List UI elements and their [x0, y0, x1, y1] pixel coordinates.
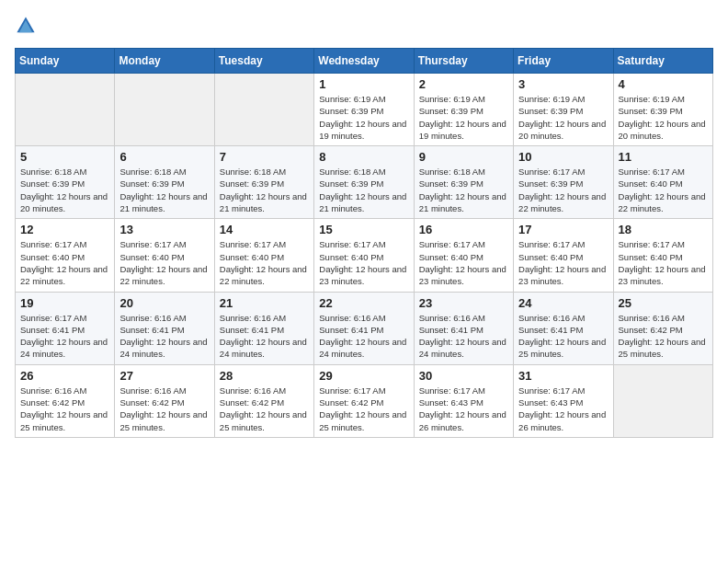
- day-info: Sunrise: 6:16 AM Sunset: 6:42 PM Dayligh…: [119, 385, 209, 433]
- day-number: 14: [220, 223, 309, 236]
- day-number: 4: [619, 77, 708, 91]
- day-info: Sunrise: 6:17 AM Sunset: 6:43 PM Dayligh…: [419, 385, 508, 433]
- day-info: Sunrise: 6:16 AM Sunset: 6:41 PM Dayligh…: [119, 312, 209, 361]
- day-number: 27: [119, 369, 209, 383]
- day-number: 9: [419, 150, 508, 164]
- calendar-cell: 19Sunrise: 6:17 AM Sunset: 6:41 PM Dayli…: [16, 292, 115, 364]
- day-info: Sunrise: 6:17 AM Sunset: 6:39 PM Dayligh…: [518, 166, 608, 214]
- calendar-cell: 24Sunrise: 6:16 AM Sunset: 6:41 PM Dayli…: [514, 292, 613, 364]
- calendar-cell: 23Sunrise: 6:16 AM Sunset: 6:41 PM Dayli…: [414, 292, 513, 364]
- calendar-week: 1Sunrise: 6:19 AM Sunset: 6:39 PM Daylig…: [16, 74, 713, 146]
- day-info: Sunrise: 6:17 AM Sunset: 6:42 PM Dayligh…: [319, 385, 408, 433]
- calendar-week: 12Sunrise: 6:17 AM Sunset: 6:40 PM Dayli…: [16, 219, 713, 292]
- header-day: Saturday: [613, 49, 712, 74]
- day-number: 28: [220, 369, 309, 383]
- logo-icon: [15, 15, 37, 37]
- day-number: 31: [518, 369, 608, 383]
- calendar-cell: 21Sunrise: 6:16 AM Sunset: 6:41 PM Dayli…: [214, 292, 313, 364]
- calendar-cell: 17Sunrise: 6:17 AM Sunset: 6:40 PM Dayli…: [514, 219, 613, 292]
- calendar-cell: 30Sunrise: 6:17 AM Sunset: 6:43 PM Dayli…: [414, 364, 513, 437]
- calendar-cell: 25Sunrise: 6:16 AM Sunset: 6:42 PM Dayli…: [613, 292, 712, 364]
- day-number: 6: [119, 150, 209, 164]
- day-number: 8: [319, 150, 408, 164]
- day-number: 22: [319, 296, 408, 310]
- calendar-cell: 2Sunrise: 6:19 AM Sunset: 6:39 PM Daylig…: [414, 74, 513, 146]
- calendar-week: 5Sunrise: 6:18 AM Sunset: 6:39 PM Daylig…: [16, 146, 713, 219]
- day-info: Sunrise: 6:19 AM Sunset: 6:39 PM Dayligh…: [518, 93, 608, 142]
- day-number: 23: [419, 296, 508, 310]
- day-info: Sunrise: 6:19 AM Sunset: 6:39 PM Dayligh…: [419, 93, 508, 142]
- calendar-cell: 9Sunrise: 6:18 AM Sunset: 6:39 PM Daylig…: [414, 146, 513, 219]
- page-header: [15, 15, 713, 37]
- calendar-week: 26Sunrise: 6:16 AM Sunset: 6:42 PM Dayli…: [16, 364, 713, 437]
- calendar-cell: 28Sunrise: 6:16 AM Sunset: 6:42 PM Dayli…: [214, 364, 313, 437]
- day-info: Sunrise: 6:16 AM Sunset: 6:41 PM Dayligh…: [220, 312, 309, 361]
- day-info: Sunrise: 6:16 AM Sunset: 6:41 PM Dayligh…: [319, 312, 408, 361]
- day-number: 10: [518, 150, 608, 164]
- calendar-header: SundayMondayTuesdayWednesdayThursdayFrid…: [16, 49, 713, 74]
- calendar-cell: 18Sunrise: 6:17 AM Sunset: 6:40 PM Dayli…: [613, 219, 712, 292]
- calendar-cell: [214, 74, 313, 146]
- day-info: Sunrise: 6:17 AM Sunset: 6:43 PM Dayligh…: [518, 385, 608, 433]
- calendar-cell: 12Sunrise: 6:17 AM Sunset: 6:40 PM Dayli…: [16, 219, 115, 292]
- calendar-body: 1Sunrise: 6:19 AM Sunset: 6:39 PM Daylig…: [16, 74, 713, 438]
- day-number: 11: [619, 150, 708, 164]
- day-number: 15: [319, 223, 408, 236]
- calendar-cell: 10Sunrise: 6:17 AM Sunset: 6:39 PM Dayli…: [514, 146, 613, 219]
- day-number: 17: [518, 223, 608, 236]
- day-number: 30: [419, 369, 508, 383]
- calendar-cell: [613, 364, 712, 437]
- calendar-cell: 6Sunrise: 6:18 AM Sunset: 6:39 PM Daylig…: [115, 146, 214, 219]
- calendar-table: SundayMondayTuesdayWednesdayThursdayFrid…: [15, 48, 713, 438]
- day-info: Sunrise: 6:19 AM Sunset: 6:39 PM Dayligh…: [319, 93, 408, 142]
- header-row: SundayMondayTuesdayWednesdayThursdayFrid…: [16, 49, 713, 74]
- day-info: Sunrise: 6:16 AM Sunset: 6:42 PM Dayligh…: [20, 385, 109, 433]
- day-info: Sunrise: 6:17 AM Sunset: 6:40 PM Dayligh…: [220, 238, 309, 287]
- calendar-cell: [115, 74, 214, 146]
- calendar-cell: 13Sunrise: 6:17 AM Sunset: 6:40 PM Dayli…: [115, 219, 214, 292]
- day-number: 26: [20, 369, 109, 383]
- day-number: 3: [518, 77, 608, 91]
- logo: [15, 15, 40, 37]
- day-number: 7: [220, 150, 309, 164]
- day-info: Sunrise: 6:18 AM Sunset: 6:39 PM Dayligh…: [119, 166, 209, 214]
- calendar-cell: 7Sunrise: 6:18 AM Sunset: 6:39 PM Daylig…: [214, 146, 313, 219]
- day-number: 20: [119, 296, 209, 310]
- header-day: Monday: [115, 49, 214, 74]
- day-info: Sunrise: 6:18 AM Sunset: 6:39 PM Dayligh…: [419, 166, 508, 214]
- calendar-cell: 22Sunrise: 6:16 AM Sunset: 6:41 PM Dayli…: [314, 292, 414, 364]
- calendar-week: 19Sunrise: 6:17 AM Sunset: 6:41 PM Dayli…: [16, 292, 713, 364]
- day-number: 5: [20, 150, 109, 164]
- header-day: Sunday: [16, 49, 115, 74]
- day-number: 24: [518, 296, 608, 310]
- calendar-cell: 8Sunrise: 6:18 AM Sunset: 6:39 PM Daylig…: [314, 146, 414, 219]
- day-info: Sunrise: 6:16 AM Sunset: 6:41 PM Dayligh…: [518, 312, 608, 361]
- day-info: Sunrise: 6:17 AM Sunset: 6:40 PM Dayligh…: [20, 238, 109, 287]
- header-day: Thursday: [414, 49, 513, 74]
- day-number: 16: [419, 223, 508, 236]
- day-info: Sunrise: 6:17 AM Sunset: 6:40 PM Dayligh…: [518, 238, 608, 287]
- header-day: Wednesday: [314, 49, 414, 74]
- calendar-cell: 20Sunrise: 6:16 AM Sunset: 6:41 PM Dayli…: [115, 292, 214, 364]
- day-info: Sunrise: 6:17 AM Sunset: 6:40 PM Dayligh…: [419, 238, 508, 287]
- day-number: 19: [20, 296, 109, 310]
- day-number: 12: [20, 223, 109, 236]
- calendar-cell: 1Sunrise: 6:19 AM Sunset: 6:39 PM Daylig…: [314, 74, 414, 146]
- day-info: Sunrise: 6:18 AM Sunset: 6:39 PM Dayligh…: [20, 166, 109, 214]
- calendar-cell: 5Sunrise: 6:18 AM Sunset: 6:39 PM Daylig…: [16, 146, 115, 219]
- calendar-cell: 26Sunrise: 6:16 AM Sunset: 6:42 PM Dayli…: [16, 364, 115, 437]
- calendar-cell: 14Sunrise: 6:17 AM Sunset: 6:40 PM Dayli…: [214, 219, 313, 292]
- calendar-cell: 29Sunrise: 6:17 AM Sunset: 6:42 PM Dayli…: [314, 364, 414, 437]
- day-number: 2: [419, 77, 508, 91]
- day-info: Sunrise: 6:17 AM Sunset: 6:40 PM Dayligh…: [619, 166, 708, 214]
- calendar-cell: [16, 74, 115, 146]
- day-number: 18: [619, 223, 708, 236]
- calendar-cell: 3Sunrise: 6:19 AM Sunset: 6:39 PM Daylig…: [514, 74, 613, 146]
- day-number: 13: [119, 223, 209, 236]
- header-day: Tuesday: [214, 49, 313, 74]
- day-number: 25: [619, 296, 708, 310]
- calendar-cell: 11Sunrise: 6:17 AM Sunset: 6:40 PM Dayli…: [613, 146, 712, 219]
- calendar-cell: 16Sunrise: 6:17 AM Sunset: 6:40 PM Dayli…: [414, 219, 513, 292]
- header-day: Friday: [514, 49, 613, 74]
- day-info: Sunrise: 6:17 AM Sunset: 6:40 PM Dayligh…: [319, 238, 408, 287]
